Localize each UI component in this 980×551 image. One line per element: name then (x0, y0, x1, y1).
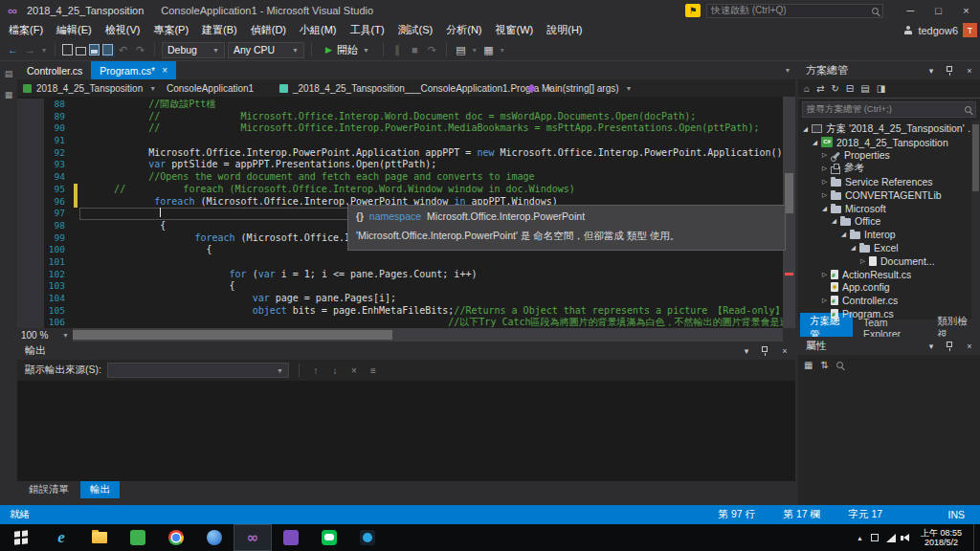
tab-close-icon[interactable]: × (162, 65, 167, 76)
breakpoint-margin[interactable] (17, 171, 44, 184)
tree-item[interactable]: ▷Controller.cs (798, 294, 980, 307)
solution-explorer-header[interactable]: 方案總管 ▾ × (798, 61, 980, 79)
tree-collapse-icon[interactable]: ◢ (811, 139, 819, 146)
solution-configuration-dropdown[interactable]: Debug ▼ (162, 42, 225, 58)
editor-horizontal-scrollbar[interactable] (73, 328, 783, 342)
code-line[interactable]: 103 { (17, 280, 795, 293)
tree-expand-icon[interactable]: ▷ (820, 151, 829, 159)
solution-explorer-search[interactable]: 搜尋方案總管 (Ctrl+;) (802, 101, 976, 118)
menu-item[interactable]: 檔案(F) (2, 23, 50, 37)
assembly-dropdown[interactable]: ConsoleApplication1 (167, 83, 279, 94)
properties-icon[interactable]: ◨ (877, 83, 885, 94)
tree-item[interactable]: App.config (798, 281, 980, 295)
tree-item[interactable]: ▷Service References (798, 175, 980, 188)
pin-icon[interactable] (947, 342, 952, 347)
start-taskbar-icon[interactable] (0, 524, 42, 551)
menu-item[interactable]: 檢視(V) (99, 23, 147, 37)
code-text[interactable]: //Opens the word document and fetch each… (79, 171, 795, 184)
member-dropdown[interactable]: Main(string[] args) ▼ (526, 83, 633, 94)
code-text[interactable]: var page = pane.Pages[i]; (79, 293, 795, 305)
tree-expand-icon[interactable]: ▷ (820, 178, 829, 186)
code-text[interactable]: // foreach (Microsoft.Office.Interop.Wor… (79, 184, 795, 196)
navigate-back-icon[interactable]: ← (6, 44, 20, 55)
menu-item[interactable]: 建置(B) (195, 23, 244, 37)
home-icon[interactable]: ⌂ (804, 83, 810, 94)
panel-tab[interactable]: 輸出 (80, 481, 120, 498)
project-dropdown[interactable]: 2018_4_25_Tansposition ▼ (23, 83, 167, 94)
breakpoint-margin[interactable] (17, 256, 44, 269)
tree-collapse-icon[interactable]: ◢ (830, 217, 838, 225)
breakpoint-margin[interactable] (17, 220, 44, 232)
save-all-icon[interactable] (102, 44, 113, 55)
code-line[interactable]: 94 //Opens the word document and fetch e… (17, 171, 795, 184)
breakpoint-margin[interactable] (17, 184, 44, 196)
breakpoint-margin[interactable] (17, 159, 44, 171)
window-position-icon[interactable]: ▾ (924, 66, 938, 76)
tree-item[interactable]: ▷Document... (798, 254, 980, 268)
show-all-files-icon[interactable]: ▤ (860, 83, 869, 94)
breakpoint-margin[interactable] (17, 232, 44, 245)
code-line[interactable]: 105 object bits = page.EnhMetaFileBits;/… (17, 305, 795, 318)
maximize-button[interactable]: □ (924, 0, 952, 21)
tree-item[interactable]: ▷ActionResult.cs (798, 268, 980, 281)
code-line[interactable]: 88 //開啟該Ptt檔 (17, 99, 795, 111)
breakpoint-margin[interactable] (17, 122, 44, 135)
error-marker[interactable] (785, 273, 793, 276)
blue-app-taskbar-icon[interactable] (195, 524, 234, 551)
chevron-down-icon[interactable]: ▾ (471, 46, 479, 55)
tree-item[interactable]: ◢Office (798, 215, 980, 229)
output-source-dropdown[interactable]: ▼ (107, 363, 289, 378)
tree-item[interactable]: ▷參考 (798, 162, 980, 175)
user-account[interactable]: tedgow6 T (903, 23, 977, 37)
code-line[interactable]: 93 var pptSlide = appPPT.Presentations.O… (17, 159, 795, 171)
code-text[interactable]: //以下Try Catch區段為將圖片的背景填滿為白色，不然輸出的圖片背景會是透… (79, 317, 795, 328)
tree-expand-icon[interactable]: ▷ (820, 297, 829, 304)
window-position-icon[interactable]: ▾ (924, 342, 938, 351)
breakpoint-margin[interactable] (17, 280, 44, 293)
code-line[interactable]: 102 for (var i = 1; i <= pane.Pages.Coun… (17, 269, 795, 281)
tray-chevron-up-icon[interactable]: ▲ (857, 535, 863, 541)
property-search-icon[interactable] (836, 362, 843, 368)
document-list-chevron-icon[interactable]: ▾ (780, 66, 795, 75)
title-bar[interactable]: ∞ 2018_4_25_Tansposition ConsoleApplicat… (0, 0, 980, 21)
code-line[interactable]: 101 (17, 256, 795, 269)
code-line[interactable]: 89 // Microsoft.Office.Interop.Word.Docu… (17, 111, 795, 123)
toolbox-tab[interactable]: ▦ (5, 90, 13, 99)
document-tab[interactable]: Program.cs*× (91, 61, 176, 79)
navigate-forward-icon[interactable]: → (23, 44, 37, 55)
tree-collapse-icon[interactable]: ◢ (849, 244, 858, 252)
type-dropdown[interactable]: _2018_4_25_Tansposition___ConsoleApplica… (279, 83, 526, 94)
user-avatar[interactable]: T (963, 23, 977, 37)
tree-item[interactable]: Program.cs (798, 307, 980, 320)
code-text[interactable] (79, 135, 795, 147)
menu-item[interactable]: 工具(T) (344, 23, 391, 37)
open-file-icon[interactable] (76, 47, 86, 55)
navigation-dropdown-icon[interactable]: ▾ (40, 46, 48, 55)
tree-collapse-icon[interactable]: ◢ (839, 231, 848, 238)
comment-icon[interactable]: ▦ (481, 44, 496, 56)
notification-flag-icon[interactable]: ⚑ (685, 4, 701, 17)
tree-scrollbar[interactable] (971, 121, 980, 320)
menu-item[interactable]: 分析(N) (439, 23, 488, 37)
breakpoint-margin[interactable] (17, 317, 44, 328)
word-wrap-icon[interactable]: ≡ (367, 365, 380, 376)
messenger-taskbar-icon[interactable] (348, 524, 387, 551)
close-icon[interactable]: × (963, 342, 976, 351)
tree-collapse-icon[interactable]: ◢ (820, 205, 829, 212)
tree-item[interactable]: ▷Properties (798, 149, 980, 163)
save-icon[interactable] (89, 44, 100, 55)
code-text[interactable]: for (var i = 1; i <= pane.Pages.Count; i… (79, 269, 795, 281)
menu-item[interactable]: 小組(M) (293, 23, 344, 37)
tray-app-icon[interactable] (871, 534, 879, 541)
close-button[interactable]: × (952, 0, 980, 21)
categorized-icon[interactable]: ▦ (804, 360, 813, 370)
tree-item[interactable]: ◢Excel (798, 241, 980, 254)
tree-item[interactable]: ◢Microsoft (798, 202, 980, 215)
code-text[interactable]: var pptSlide = appPPT.Presentations.Open… (79, 159, 795, 171)
step-over-icon[interactable]: ↷ (425, 44, 439, 56)
code-line[interactable]: 104 var page = pane.Pages[i]; (17, 293, 795, 305)
server-explorer-tab[interactable]: ▤ (5, 69, 13, 78)
picpick-taskbar-icon[interactable] (119, 524, 157, 551)
chrome-taskbar-icon[interactable] (157, 524, 195, 551)
breakpoint-margin[interactable] (17, 196, 44, 209)
